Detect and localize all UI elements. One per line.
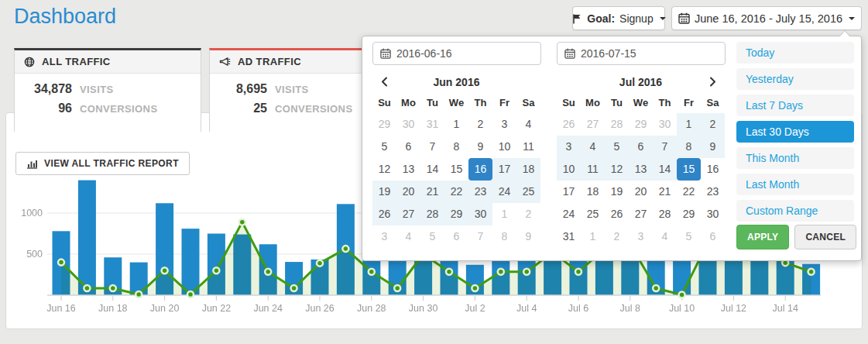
calendar-day[interactable]: 20 xyxy=(629,181,653,203)
calendar-day[interactable]: 19 xyxy=(605,181,629,203)
calendar-day[interactable]: 4 xyxy=(396,225,420,248)
calendar-day[interactable]: 19 xyxy=(372,181,396,203)
line-marker[interactable] xyxy=(136,291,142,298)
calendar-day[interactable]: 16 xyxy=(701,158,725,181)
calendar-day[interactable]: 22 xyxy=(444,181,468,203)
line-marker[interactable] xyxy=(291,285,297,291)
calendar-day[interactable]: 18 xyxy=(516,158,540,181)
line-marker[interactable] xyxy=(342,246,348,252)
chevron-right-icon[interactable] xyxy=(701,71,725,92)
calendar-day[interactable]: 2 xyxy=(701,113,725,136)
calendar-day[interactable]: 1 xyxy=(444,113,468,136)
calendar-day[interactable]: 25 xyxy=(581,203,605,225)
line-marker[interactable] xyxy=(58,260,64,266)
line-marker[interactable] xyxy=(653,285,659,291)
calendar-day[interactable]: 6 xyxy=(444,225,468,248)
view-all-traffic-report-button[interactable]: VIEW ALL TRAFFIC REPORT xyxy=(15,152,190,175)
preset-yesterday[interactable]: Yesterday xyxy=(736,68,854,90)
calendar-day[interactable]: 3 xyxy=(492,113,516,136)
calendar-day[interactable]: 27 xyxy=(629,203,653,225)
calendar-day[interactable]: 27 xyxy=(396,203,420,225)
calendar-day[interactable]: 9 xyxy=(516,225,540,248)
calendar-day[interactable]: 3 xyxy=(372,225,396,248)
end-date-input[interactable] xyxy=(581,47,705,60)
calendar-day[interactable]: 25 xyxy=(516,181,540,203)
preset-last-30-days[interactable]: Last 30 Days xyxy=(736,121,854,143)
calendar-day[interactable]: 31 xyxy=(557,225,581,248)
calendar-day[interactable]: 2 xyxy=(605,225,629,248)
calendar-day[interactable]: 23 xyxy=(468,181,492,203)
date-range-button[interactable]: June 16, 2016 - July 15, 2016 xyxy=(671,6,862,30)
calendar-day[interactable]: 16 xyxy=(468,158,492,181)
calendar-day[interactable]: 1 xyxy=(677,113,701,136)
calendar-day[interactable]: 27 xyxy=(581,113,605,136)
calendar-day[interactable]: 9 xyxy=(468,136,492,158)
apply-button[interactable]: APPLY xyxy=(736,225,789,249)
calendar-day[interactable]: 26 xyxy=(557,113,581,136)
preset-this-month[interactable]: This Month xyxy=(736,147,854,169)
preset-custom-range[interactable]: Custom Range xyxy=(736,200,854,222)
calendar-day[interactable]: 21 xyxy=(653,181,677,203)
calendar-day[interactable]: 2 xyxy=(516,203,540,225)
calendar-day[interactable]: 30 xyxy=(653,113,677,136)
calendar-day[interactable]: 13 xyxy=(396,158,420,181)
line-marker[interactable] xyxy=(110,285,116,291)
line-marker[interactable] xyxy=(472,285,478,291)
calendar-day[interactable]: 2 xyxy=(468,113,492,136)
calendar-day[interactable]: 8 xyxy=(492,225,516,248)
line-marker[interactable] xyxy=(187,291,194,298)
line-marker[interactable] xyxy=(317,260,323,267)
calendar-day[interactable]: 6 xyxy=(629,136,653,158)
calendar-day[interactable]: 5 xyxy=(372,136,396,158)
calendar-day[interactable]: 4 xyxy=(653,225,677,248)
line-marker[interactable] xyxy=(84,285,90,291)
line-marker[interactable] xyxy=(265,269,271,275)
calendar-day[interactable]: 4 xyxy=(581,136,605,158)
calendar-day[interactable]: 15 xyxy=(444,158,468,181)
line-marker[interactable] xyxy=(446,269,452,275)
calendar-day[interactable]: 13 xyxy=(629,158,653,181)
line-marker[interactable] xyxy=(394,285,400,291)
calendar-day[interactable]: 12 xyxy=(605,158,629,181)
calendar-day[interactable]: 11 xyxy=(516,136,540,158)
calendar-day[interactable]: 28 xyxy=(420,203,444,225)
calendar-day[interactable]: 28 xyxy=(653,203,677,225)
calendar-day[interactable]: 10 xyxy=(492,136,516,158)
line-marker[interactable] xyxy=(239,219,245,225)
calendar-day[interactable]: 11 xyxy=(581,158,605,181)
start-date-input[interactable] xyxy=(396,47,520,60)
preset-today[interactable]: Today xyxy=(736,42,854,64)
calendar-day[interactable]: 18 xyxy=(581,181,605,203)
line-marker[interactable] xyxy=(808,269,815,275)
cancel-button[interactable]: CANCEL xyxy=(794,225,856,249)
calendar-day[interactable]: 4 xyxy=(516,113,540,136)
calendar-day[interactable]: 5 xyxy=(420,225,444,248)
calendar-day[interactable]: 17 xyxy=(492,158,516,181)
calendar-day[interactable]: 6 xyxy=(396,136,420,158)
line-marker[interactable] xyxy=(575,269,582,275)
stat-card-all-traffic[interactable]: ALL TRAFFIC 34,878 VISITS 96 CONVERSIONS xyxy=(14,48,201,132)
calendar-day[interactable]: 8 xyxy=(444,136,468,158)
calendar-day[interactable]: 14 xyxy=(653,158,677,181)
calendar-day[interactable]: 10 xyxy=(557,158,581,181)
calendar-day[interactable]: 24 xyxy=(492,181,516,203)
calendar-day[interactable]: 24 xyxy=(557,203,581,225)
calendar-day[interactable]: 21 xyxy=(420,181,444,203)
line-marker[interactable] xyxy=(369,269,375,275)
calendar-day[interactable]: 20 xyxy=(396,181,420,203)
calendar-day[interactable]: 29 xyxy=(372,113,396,136)
calendar-day[interactable]: 9 xyxy=(701,136,725,158)
calendar-day[interactable]: 3 xyxy=(557,136,581,158)
calendar-day[interactable]: 30 xyxy=(701,203,725,225)
calendar-day[interactable]: 5 xyxy=(605,136,629,158)
calendar-day[interactable]: 30 xyxy=(396,113,420,136)
calendar-day[interactable]: 12 xyxy=(372,158,396,181)
calendar-day[interactable]: 17 xyxy=(557,181,581,203)
calendar-day[interactable]: 23 xyxy=(701,181,725,203)
chevron-left-icon[interactable] xyxy=(372,71,396,92)
calendar-day[interactable]: 22 xyxy=(677,181,701,203)
goal-selector-button[interactable]: Goal: Signup xyxy=(572,6,665,30)
calendar-day[interactable]: 1 xyxy=(581,225,605,248)
calendar-day[interactable]: 8 xyxy=(677,136,701,158)
calendar-day[interactable]: 14 xyxy=(420,158,444,181)
